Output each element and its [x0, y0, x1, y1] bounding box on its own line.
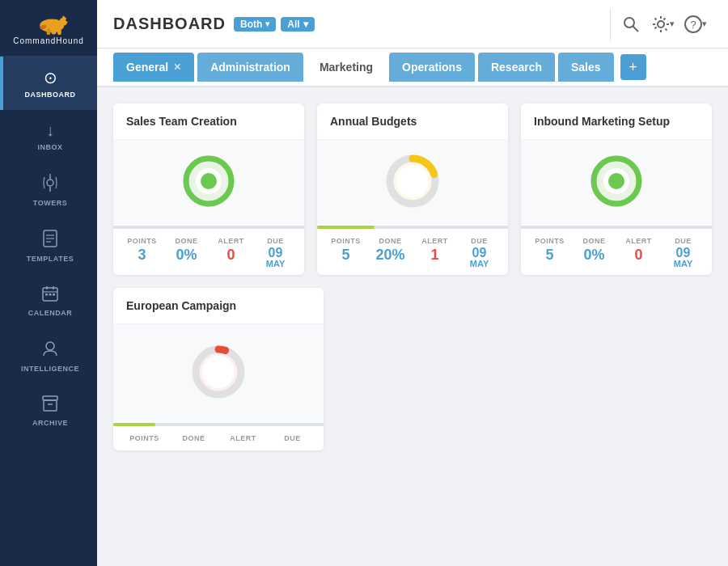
- due-label-4: DUE: [284, 434, 301, 442]
- tab-administration[interactable]: Administration: [197, 53, 303, 82]
- points-label-3: POINTS: [535, 237, 565, 245]
- both-label: Both: [240, 19, 262, 30]
- sidebar: CommandHound ⊙ DASHBOARD ↓ INBOX TOWERS …: [0, 0, 97, 566]
- svg-point-22: [46, 342, 54, 350]
- sidebar-item-dashboard[interactable]: ⊙ DASHBOARD: [0, 57, 97, 110]
- stat-done-4: DONE: [178, 434, 210, 444]
- svg-rect-20: [49, 294, 52, 296]
- alert-label-1: ALERT: [218, 237, 244, 245]
- tab-general-close-icon[interactable]: ✕: [173, 61, 181, 73]
- logo-dog-icon: [28, 11, 69, 35]
- svg-point-7: [66, 19, 68, 22]
- search-icon: [622, 15, 640, 33]
- svg-point-39: [396, 165, 429, 197]
- done-value-2: 20%: [375, 247, 404, 264]
- tab-marketing[interactable]: Marketing: [307, 53, 386, 82]
- due-month-1: MAY: [266, 260, 285, 268]
- sidebar-label-calendar: CALENDAR: [28, 309, 73, 317]
- stat-due-3: DUE 09 MAY: [667, 237, 700, 268]
- stat-points-2: POINTS 5: [330, 237, 362, 264]
- sidebar-label-templates: TEMPLATES: [27, 255, 74, 263]
- stat-done-1: DONE 0%: [171, 237, 203, 264]
- card-annual-budgets-footer: POINTS 5 DONE 20% ALERT 1 DUE 09: [317, 229, 508, 275]
- card-european-campaign: European Campaign: [113, 288, 324, 450]
- help-button[interactable]: ? ▾: [679, 8, 712, 40]
- plus-icon: +: [629, 59, 637, 76]
- stat-due-1: DUE 09 MAY: [260, 237, 292, 268]
- card-sales-team-creation: Sales Team Creation: [113, 103, 304, 275]
- tab-operations-label: Operations: [402, 61, 462, 74]
- search-button[interactable]: [615, 8, 647, 40]
- sidebar-label-inbox: INBOX: [37, 143, 62, 151]
- sidebar-label-archive: ARCHIVE: [32, 419, 68, 427]
- done-value-1: 0%: [176, 247, 197, 264]
- alert-value-3: 0: [634, 247, 642, 264]
- due-value-2: 09 MAY: [470, 247, 489, 268]
- settings-button[interactable]: ▾: [647, 8, 679, 40]
- done-label-4: DONE: [182, 434, 205, 442]
- tab-general-label: General: [126, 61, 168, 74]
- cards-row-top: Sales Team Creation: [113, 103, 712, 275]
- svg-point-44: [608, 173, 624, 189]
- page-title: DASHBOARD: [113, 15, 226, 33]
- stat-points-3: POINTS 5: [534, 237, 566, 264]
- sidebar-item-intelligence[interactable]: INTELLIGENCE: [0, 328, 97, 384]
- svg-text:?: ?: [691, 19, 696, 31]
- sidebar-item-calendar[interactable]: CALENDAR: [0, 274, 97, 328]
- header-filter-badge[interactable]: All ▾: [281, 17, 314, 32]
- stat-points-1: POINTS 3: [126, 237, 159, 264]
- points-label-4: POINTS: [129, 434, 159, 442]
- archive-icon: [42, 395, 58, 416]
- done-label-1: DONE: [175, 237, 197, 245]
- tab-sales-label: Sales: [571, 61, 601, 74]
- alert-label-4: ALERT: [230, 434, 256, 442]
- card-annual-budgets-title: Annual Budgets: [330, 115, 417, 128]
- tab-add-button[interactable]: +: [620, 54, 646, 80]
- sidebar-item-templates[interactable]: TEMPLATES: [0, 218, 97, 274]
- filter-label: All: [287, 19, 299, 30]
- due-day-1: 09: [269, 246, 283, 260]
- tab-research[interactable]: Research: [478, 53, 555, 82]
- points-value-1: 3: [138, 247, 146, 264]
- points-value-3: 5: [545, 247, 553, 264]
- svg-point-26: [624, 18, 634, 27]
- both-chevron-icon: ▾: [265, 19, 269, 28]
- tab-marketing-label: Marketing: [320, 61, 373, 74]
- tab-administration-label: Administration: [210, 61, 290, 74]
- stat-alert-3: ALERT 0: [623, 237, 655, 264]
- stat-due-2: DUE 09 MAY: [463, 237, 496, 268]
- due-label-3: DUE: [675, 237, 692, 245]
- cards-area: Sales Team Creation: [97, 87, 728, 566]
- filter-chevron-icon: ▾: [303, 19, 308, 30]
- due-value-1: 09 MAY: [266, 247, 285, 268]
- sidebar-item-archive[interactable]: ARCHIVE: [0, 384, 97, 438]
- card-sales-team-donut: [180, 153, 237, 209]
- alert-label-3: ALERT: [625, 237, 652, 245]
- alert-label-2: ALERT: [421, 237, 448, 245]
- stat-done-2: DONE 20%: [375, 237, 407, 264]
- card-european-campaign-body: [113, 324, 324, 421]
- due-day-2: 09: [472, 246, 487, 260]
- sidebar-label-dashboard: DASHBOARD: [25, 91, 76, 99]
- tab-operations[interactable]: Operations: [389, 53, 475, 82]
- cards-row-bottom: European Campaign: [113, 288, 712, 450]
- tabs-bar: General ✕ Administration Marketing Opera…: [97, 49, 728, 87]
- tab-general[interactable]: General ✕: [113, 53, 194, 82]
- card-sales-team-title: Sales Team Creation: [126, 115, 237, 128]
- svg-rect-24: [44, 400, 57, 411]
- templates-icon: [42, 230, 58, 251]
- intelligence-icon: [42, 340, 58, 361]
- svg-point-28: [658, 21, 664, 27]
- points-label-2: POINTS: [331, 237, 361, 245]
- dashboard-icon: ⊙: [44, 68, 57, 87]
- points-value-2: 5: [341, 247, 349, 264]
- header-both-badge[interactable]: Both ▾: [234, 17, 276, 32]
- sidebar-item-towers[interactable]: TOWERS: [0, 163, 97, 218]
- card-sales-team-footer: POINTS 3 DONE 0% ALERT 0 DUE 09: [113, 229, 304, 275]
- card-inbound-marketing: Inbound Marketing Setup: [521, 103, 712, 275]
- card-inbound-marketing-body: [521, 140, 712, 224]
- due-value-3: 09 MAY: [674, 247, 692, 268]
- tab-sales[interactable]: Sales: [558, 53, 614, 82]
- svg-rect-21: [53, 294, 55, 296]
- sidebar-item-inbox[interactable]: ↓ INBOX: [0, 110, 97, 163]
